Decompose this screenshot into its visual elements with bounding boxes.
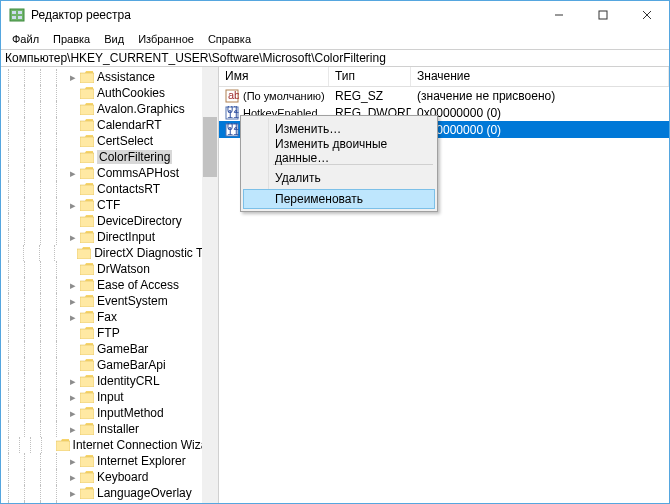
tree-item[interactable]: ▸Internet Explorer	[1, 453, 218, 469]
svg-rect-24	[80, 313, 94, 323]
menu-view[interactable]: Вид	[97, 31, 131, 47]
tree-item[interactable]: ▸GameBarApi	[1, 357, 218, 373]
cell-name: ab(По умолчанию)	[219, 89, 329, 103]
tree-item[interactable]: ▸Avalon.Graphics	[1, 101, 218, 117]
tree-item-label: CommsAPHost	[97, 166, 179, 180]
scrollbar-thumb[interactable]	[203, 117, 217, 177]
menu-edit[interactable]: Правка	[46, 31, 97, 47]
menubar: Файл Правка Вид Избранное Справка	[1, 29, 669, 49]
tree-item-label: Installer	[97, 422, 139, 436]
tree-expander-icon[interactable]: ▸	[67, 424, 78, 435]
tree-scrollbar[interactable]	[202, 67, 218, 503]
svg-rect-12	[80, 121, 94, 131]
tree-item-label: CTF	[97, 198, 120, 212]
tree-item[interactable]: ▸ContactsRT	[1, 181, 218, 197]
minimize-button[interactable]	[537, 1, 581, 29]
tree-item-label: MediaPlayer	[97, 502, 164, 503]
menu-help[interactable]: Справка	[201, 31, 258, 47]
tree-item-label: Internet Connection Wizard	[73, 438, 218, 452]
tree-item[interactable]: ▸DirectInput	[1, 229, 218, 245]
context-menu: Изменить… Изменить двоичные данные… Удал…	[240, 115, 438, 212]
tree-item-label: InputMethod	[97, 406, 164, 420]
tree-item-label: Fax	[97, 310, 117, 324]
cell-value: (значение не присвоено)	[411, 89, 669, 103]
tree-item[interactable]: ▸Ease of Access	[1, 277, 218, 293]
tree-expander-icon[interactable]: ▸	[67, 232, 78, 243]
tree-item[interactable]: ▸CertSelect	[1, 133, 218, 149]
tree-expander-icon[interactable]: ▸	[67, 376, 78, 387]
tree-item[interactable]: ▸Internet Connection Wizard	[1, 437, 218, 453]
tree-item-label: AuthCookies	[97, 86, 165, 100]
tree-view[interactable]: ▸Assistance▸AuthCookies▸Avalon.Graphics▸…	[1, 67, 218, 503]
tree-expander-icon[interactable]: ▸	[67, 456, 78, 467]
context-menu-delete[interactable]: Удалить	[243, 167, 435, 189]
tree-item[interactable]: ▸CTF	[1, 197, 218, 213]
col-header-name[interactable]: Имя	[219, 67, 329, 86]
close-button[interactable]	[625, 1, 669, 29]
svg-rect-15	[80, 169, 94, 179]
tree-item[interactable]: ▸CalendarRT	[1, 117, 218, 133]
svg-rect-13	[80, 137, 94, 147]
tree-item[interactable]: ▸Fax	[1, 309, 218, 325]
maximize-button[interactable]	[581, 1, 625, 29]
tree-expander-icon[interactable]: ▸	[67, 296, 78, 307]
tree-item[interactable]: ▸Input	[1, 389, 218, 405]
tree-item[interactable]: ▸Installer	[1, 421, 218, 437]
app-icon	[9, 7, 25, 23]
svg-rect-34	[80, 473, 94, 483]
tree-expander-icon[interactable]: ▸	[67, 472, 78, 483]
tree-item[interactable]: ▸GameBar	[1, 341, 218, 357]
svg-rect-3	[12, 16, 16, 19]
tree-item-label: Assistance	[97, 70, 155, 84]
context-menu-rename[interactable]: Переименовать	[243, 189, 435, 209]
cell-value: 0x00000000 (0)	[411, 123, 669, 137]
svg-text:110: 110	[227, 125, 239, 137]
svg-rect-10	[80, 89, 94, 99]
list-row[interactable]: ab(По умолчанию)REG_SZ(значение не присв…	[219, 87, 669, 104]
address-bar[interactable]: Компьютер\HKEY_CURRENT_USER\Software\Mic…	[1, 49, 669, 67]
svg-rect-20	[77, 249, 91, 259]
window-title: Редактор реестра	[31, 8, 537, 22]
tree-item[interactable]: ▸ColorFiltering	[1, 149, 218, 165]
list-header: Имя Тип Значение	[219, 67, 669, 87]
window-controls	[537, 1, 669, 29]
tree-expander-icon[interactable]: ▸	[67, 72, 78, 83]
tree-expander-icon[interactable]: ▸	[67, 168, 78, 179]
context-menu-modify-binary[interactable]: Изменить двоичные данные…	[243, 140, 435, 162]
tree-item[interactable]: ▸CommsAPHost	[1, 165, 218, 181]
tree-expander-icon[interactable]: ▸	[67, 280, 78, 291]
svg-rect-6	[599, 11, 607, 19]
svg-text:110: 110	[227, 108, 239, 120]
tree-expander-icon[interactable]: ▸	[67, 312, 78, 323]
tree-item[interactable]: ▸DirectX Diagnostic Tool	[1, 245, 218, 261]
svg-rect-17	[80, 201, 94, 211]
menu-file[interactable]: Файл	[5, 31, 46, 47]
tree-item[interactable]: ▸LanguageOverlay	[1, 485, 218, 501]
tree-item-label: DirectX Diagnostic Tool	[94, 246, 218, 260]
tree-expander-icon[interactable]: ▸	[67, 200, 78, 211]
svg-rect-31	[80, 425, 94, 435]
tree-item[interactable]: ▸EventSystem	[1, 293, 218, 309]
tree-item[interactable]: ▸Keyboard	[1, 469, 218, 485]
svg-rect-1	[12, 11, 16, 14]
tree-item[interactable]: ▸InputMethod	[1, 405, 218, 421]
svg-rect-11	[80, 105, 94, 115]
tree-item[interactable]: ▸DeviceDirectory	[1, 213, 218, 229]
tree-item[interactable]: ▸FTP	[1, 325, 218, 341]
svg-rect-33	[80, 457, 94, 467]
tree-expander-icon[interactable]: ▸	[67, 408, 78, 419]
menu-favorites[interactable]: Избранное	[131, 31, 201, 47]
svg-rect-18	[80, 217, 94, 227]
tree-item[interactable]: ▸IdentityCRL	[1, 373, 218, 389]
tree-expander-icon[interactable]: ▸	[67, 392, 78, 403]
col-header-type[interactable]: Тип	[329, 67, 411, 86]
tree-item-label: Keyboard	[97, 470, 148, 484]
tree-item[interactable]: ▸MediaPlayer	[1, 501, 218, 503]
tree-item[interactable]: ▸AuthCookies	[1, 85, 218, 101]
col-header-value[interactable]: Значение	[411, 67, 669, 86]
tree-item[interactable]: ▸Assistance	[1, 69, 218, 85]
tree-item-label: EventSystem	[97, 294, 168, 308]
tree-item[interactable]: ▸DrWatson	[1, 261, 218, 277]
tree-expander-icon[interactable]: ▸	[67, 488, 78, 499]
titlebar: Редактор реестра	[1, 1, 669, 29]
